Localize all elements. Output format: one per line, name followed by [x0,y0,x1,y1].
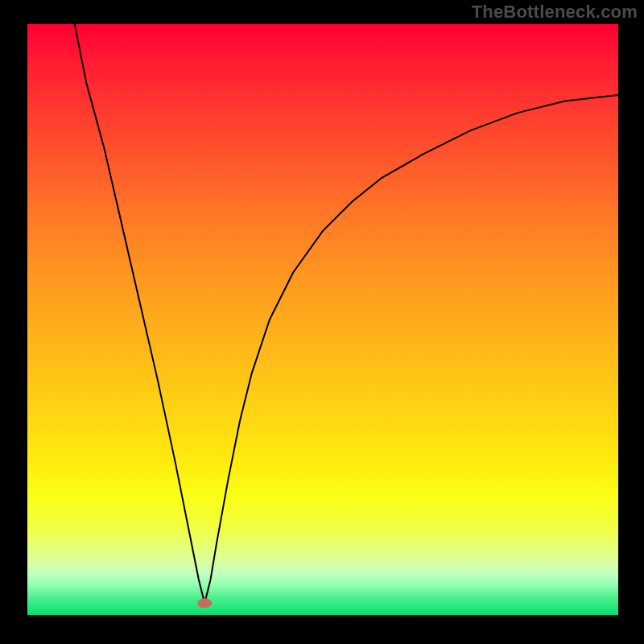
attribution-text: TheBottleneck.com [472,2,638,23]
plot-area [27,24,618,615]
chart-frame: TheBottleneck.com [0,0,644,644]
curve-path [75,24,618,603]
chart-svg [27,24,618,615]
min-marker [197,598,212,608]
